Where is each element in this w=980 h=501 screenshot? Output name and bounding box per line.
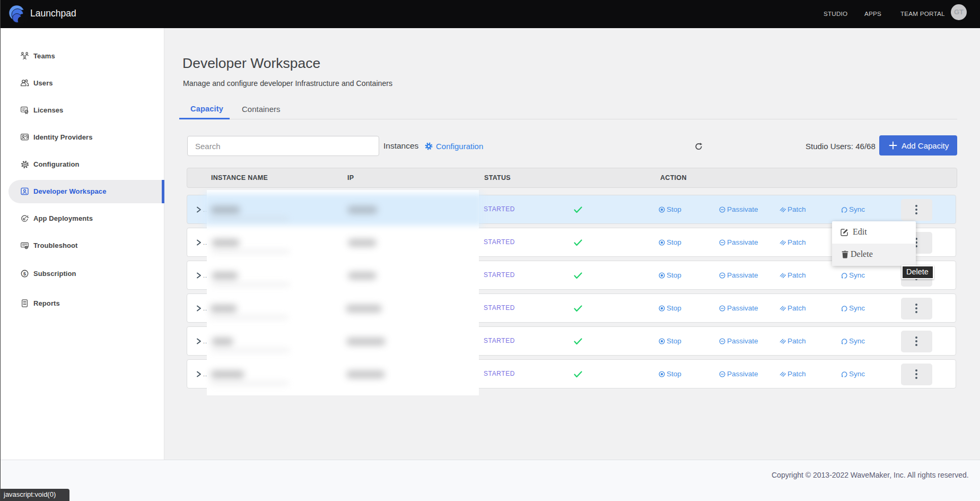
svg-text:$: $ <box>23 271 27 277</box>
